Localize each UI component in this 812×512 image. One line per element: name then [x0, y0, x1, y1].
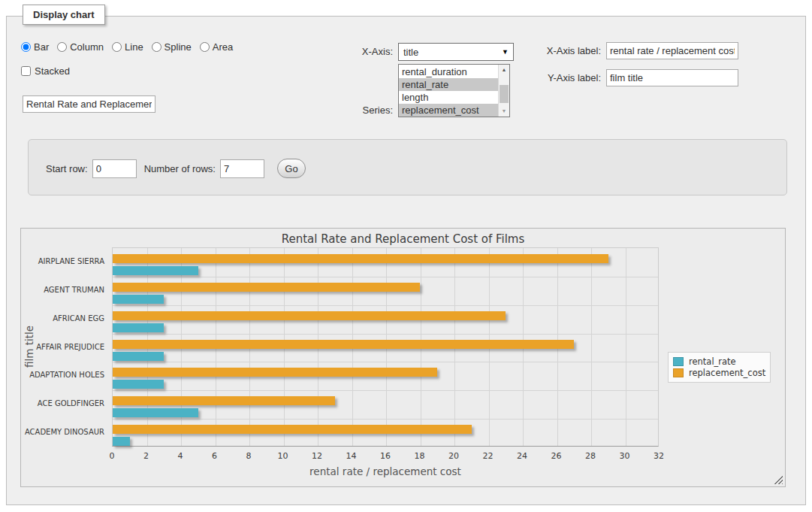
- x-tick-label: 16: [374, 451, 397, 461]
- gridline: [113, 419, 658, 420]
- bar-replacement_cost-african-egg: [113, 311, 506, 320]
- chart-x-axis-title: rental rate / replacement cost: [112, 465, 659, 477]
- chart-resize-handle[interactable]: [774, 475, 783, 484]
- chart-title-input[interactable]: [23, 95, 155, 113]
- series-option-length[interactable]: length: [399, 91, 498, 104]
- x-tick-label: 4: [169, 451, 192, 461]
- bar-replacement_cost-ace-goldfinger: [113, 396, 335, 405]
- scroll-down-icon[interactable]: ▼: [499, 106, 509, 117]
- bar-replacement_cost-adaptation-holes: [113, 368, 437, 377]
- bar-replacement_cost-academy-dinosaur: [113, 425, 472, 434]
- scroll-up-icon[interactable]: ▲: [499, 65, 509, 75]
- bar-rental_rate-airplane-sierra: [113, 266, 198, 275]
- scrollbar-thumb[interactable]: [500, 85, 509, 103]
- chart-title: Rental Rate and Replacement Cost of Film…: [21, 232, 785, 246]
- legend-label: replacement_cost: [689, 368, 765, 378]
- stacked-checkbox-label[interactable]: Stacked: [21, 65, 70, 77]
- category-axis: AIRPLANE SIERRAAGENT TRUMANAFRICAN EGGAF…: [21, 247, 108, 447]
- x-tick-label: 20: [442, 451, 465, 461]
- bar-replacement_cost-agent-truman: [113, 283, 420, 292]
- legend-item-replacement_cost: replacement_cost: [673, 368, 765, 378]
- legend-item-rental_rate: rental_rate: [673, 356, 765, 367]
- start-row-label: Start row:: [46, 163, 88, 174]
- x-tick-label: 22: [477, 451, 500, 461]
- gridline: [626, 248, 626, 446]
- start-row-input[interactable]: [92, 159, 137, 178]
- x-tick-label: 14: [340, 451, 363, 461]
- x-tick-label: 10: [272, 451, 294, 461]
- category-label: AIRPLANE SIERRA: [21, 257, 104, 265]
- chart-container: Rental Rate and Replacement Cost of Film…: [20, 228, 786, 487]
- chart-type-option-area[interactable]: Area: [200, 41, 233, 53]
- x-tick-label: 28: [579, 451, 602, 461]
- chart-type-option-spline[interactable]: Spline: [152, 41, 192, 53]
- go-button[interactable]: Go: [277, 159, 306, 178]
- bar-rental_rate-affair-prejudice: [113, 352, 164, 361]
- legend-swatch: [673, 357, 684, 366]
- bar-rental_rate-agent-truman: [113, 295, 164, 304]
- chart-legend: rental_ratereplacement_cost: [668, 352, 771, 383]
- area-radio[interactable]: [200, 42, 210, 52]
- gridline: [113, 305, 658, 306]
- x-tick-label: 26: [545, 451, 568, 461]
- x-axis-select[interactable]: title ▼: [398, 43, 514, 61]
- series-option-rental_rate[interactable]: rental_rate: [399, 78, 498, 91]
- gridline: [113, 390, 658, 391]
- x-tick-label: 18: [409, 451, 431, 461]
- plot-area: [112, 247, 659, 447]
- gridline: [113, 277, 658, 277]
- x-tick-label: 0: [101, 451, 123, 461]
- radio-label-text: Bar: [34, 41, 49, 53]
- row-range-panel: Start row: Number of rows: Go: [28, 139, 787, 195]
- column-radio[interactable]: [57, 42, 67, 52]
- x-tick-label: 8: [237, 451, 260, 461]
- category-label: AFRICAN EGG: [21, 314, 104, 323]
- x-axis-select-label: X-Axis:: [342, 46, 393, 57]
- radio-label-text: Column: [70, 41, 104, 53]
- spline-radio[interactable]: [152, 42, 161, 52]
- legend-label: rental_rate: [689, 356, 736, 367]
- category-label: AGENT TRUMAN: [21, 286, 104, 294]
- category-label: ACADEMY DINOSAUR: [21, 428, 104, 436]
- chart-type-radio-group: BarColumnLineSplineArea: [21, 41, 238, 53]
- stacked-checkbox[interactable]: [21, 66, 31, 76]
- gridline: [113, 334, 658, 335]
- y-axis-label-label: Y-Axis label:: [533, 72, 601, 83]
- num-rows-label: Number of rows:: [144, 163, 216, 174]
- x-tick-label: 12: [306, 451, 328, 461]
- bar-radio[interactable]: [21, 42, 31, 52]
- series-option-replacement_cost[interactable]: replacement_cost: [399, 104, 498, 117]
- x-axis-label-input[interactable]: [606, 42, 738, 59]
- y-axis-label-input[interactable]: [606, 69, 738, 86]
- page: Display chart BarColumnLineSplineArea St…: [0, 0, 812, 512]
- radio-label-text: Line: [125, 41, 143, 53]
- series-listbox[interactable]: rental_durationrental_ratelengthreplacem…: [398, 64, 510, 117]
- x-tick-label: 6: [204, 451, 226, 461]
- x-tick-label: 2: [135, 451, 158, 461]
- bar-rental_rate-adaptation-holes: [113, 380, 164, 389]
- bar-rental_rate-academy-dinosaur: [113, 437, 130, 446]
- line-radio[interactable]: [112, 42, 122, 52]
- radio-label-text: Area: [213, 41, 233, 53]
- x-tick-label: 30: [614, 451, 636, 461]
- series-options: rental_durationrental_ratelengthreplacem…: [399, 65, 498, 117]
- chart-type-option-column[interactable]: Column: [57, 41, 104, 53]
- chevron-down-icon: ▼: [502, 48, 509, 56]
- panel-legend: Display chart: [23, 5, 105, 25]
- category-label: ADAPTATION HOLES: [21, 371, 104, 379]
- x-tick-label: 24: [511, 451, 533, 461]
- chart-type-option-bar[interactable]: Bar: [21, 41, 49, 53]
- x-axis-selected-value: title: [403, 47, 502, 58]
- listbox-scrollbar[interactable]: ▲ ▼: [498, 65, 509, 117]
- gridline: [591, 248, 592, 446]
- num-rows-input[interactable]: [220, 159, 264, 178]
- gridline: [113, 362, 658, 362]
- category-label: ACE GOLDFINGER: [21, 399, 104, 407]
- x-tick-label: 32: [647, 451, 670, 461]
- category-label: AFFAIR PREJUDICE: [21, 343, 104, 351]
- stacked-label-text: Stacked: [35, 65, 70, 77]
- bar-replacement_cost-affair-prejudice: [113, 340, 574, 349]
- chart-type-option-line[interactable]: Line: [112, 41, 143, 53]
- series-option-rental_duration[interactable]: rental_duration: [399, 65, 498, 78]
- x-axis-label-label: X-Axis label:: [533, 45, 601, 56]
